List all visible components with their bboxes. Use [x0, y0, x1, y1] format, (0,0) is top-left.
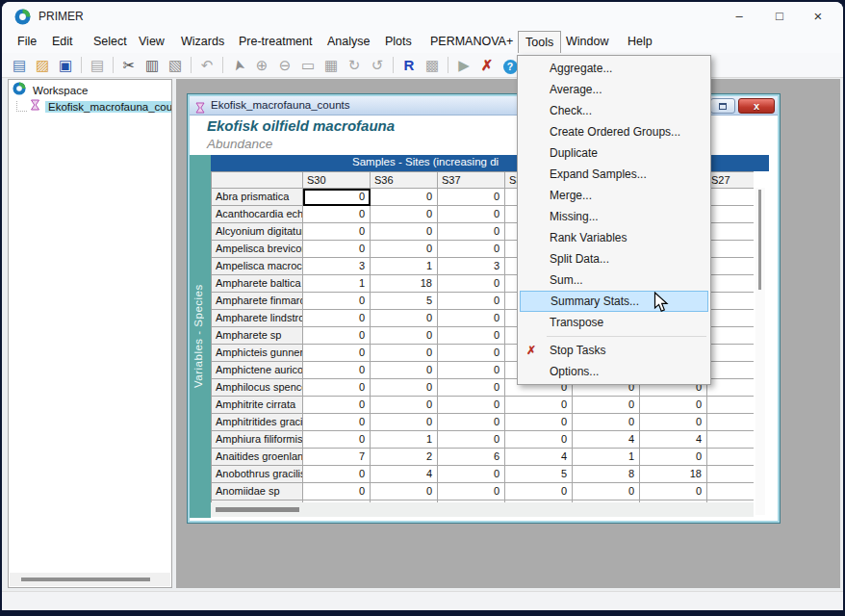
row-header[interactable]: Anomiidae sp — [212, 483, 303, 500]
value-cell[interactable]: 0 — [505, 431, 573, 449]
workspace-hscrollbar[interactable] — [10, 573, 170, 586]
value-cell[interactable]: 0 — [573, 414, 640, 431]
value-cell[interactable]: 0 — [438, 362, 505, 379]
column-header[interactable]: S36 — [371, 172, 438, 189]
row-header[interactable]: Amphilocus spence — [212, 379, 303, 397]
pointer-icon[interactable]: ➤ — [225, 51, 251, 79]
column-header[interactable]: S37 — [438, 172, 505, 189]
menubar-item-plots[interactable]: Plots — [378, 31, 419, 52]
zoom-out-icon[interactable]: ⊖ — [273, 55, 296, 76]
maximize-button[interactable]: □ — [760, 2, 799, 31]
open-workspace-icon[interactable]: ▨ — [31, 55, 54, 76]
value-cell[interactable]: 0 — [438, 241, 505, 258]
stop-tasks-icon[interactable]: ✗ — [475, 55, 499, 76]
value-cell[interactable]: 0 — [505, 483, 573, 500]
menu-item-duplicate[interactable]: Duplicate — [518, 142, 710, 164]
menubar-item-select[interactable]: Select — [87, 31, 134, 52]
value-cell[interactable]: 0 — [303, 414, 371, 431]
menu-item-rank-variables[interactable]: Rank Variables — [518, 227, 710, 248]
menu-item-transpose[interactable]: Transpose — [518, 312, 710, 333]
paste-icon[interactable]: ▧ — [164, 55, 187, 76]
value-cell[interactable] — [707, 258, 754, 275]
value-cell[interactable]: 1 — [371, 431, 438, 449]
menubar-item-wizards[interactable]: Wizards — [174, 31, 231, 52]
value-cell[interactable]: 5 — [371, 293, 438, 310]
row-header[interactable]: Amphictene auricom — [212, 362, 303, 379]
column-header[interactable]: S27 — [707, 172, 754, 189]
workspace-item[interactable]: Ekofisk_macrofauna_count — [9, 99, 171, 115]
menu-item-create-ordered-groups[interactable]: Create Ordered Groups... — [518, 121, 710, 142]
menu-item-aggregate[interactable]: Aggregate... — [518, 58, 710, 79]
value-cell[interactable]: 0 — [371, 189, 438, 206]
rotate-axes-icon[interactable]: ↺ — [366, 55, 389, 76]
value-cell[interactable]: 0 — [371, 345, 438, 362]
value-cell[interactable]: 0 — [438, 397, 505, 414]
value-cell[interactable]: 0 — [640, 483, 707, 500]
value-cell[interactable] — [707, 431, 754, 449]
menubar-item-pre-treatment[interactable]: Pre-treatment — [232, 31, 319, 52]
menu-item-sum[interactable]: Sum... — [518, 270, 710, 291]
menu-item-options[interactable]: Options... — [518, 361, 710, 382]
menubar-item-permanova-[interactable]: PERMANOVA+ — [423, 31, 520, 52]
menubar-item-window[interactable]: Window — [559, 31, 615, 52]
value-cell[interactable]: 1 — [303, 275, 371, 293]
value-cell[interactable]: 1 — [573, 449, 640, 466]
value-cell[interactable]: 0 — [303, 345, 371, 362]
scrollbar-thumb[interactable] — [216, 507, 299, 512]
value-cell[interactable] — [707, 379, 754, 397]
value-cell[interactable] — [707, 327, 754, 345]
value-cell[interactable]: 0 — [573, 397, 640, 414]
value-cell[interactable]: 7 — [303, 449, 371, 466]
value-cell[interactable]: 0 — [505, 397, 573, 414]
value-cell[interactable]: 18 — [640, 466, 707, 483]
row-header[interactable]: Anaitides groenland — [212, 449, 303, 466]
value-cell[interactable]: 0 — [303, 189, 371, 206]
value-cell[interactable]: 0 — [371, 483, 438, 500]
refresh-icon[interactable]: ↻ — [343, 55, 366, 76]
value-cell[interactable]: 0 — [371, 379, 438, 397]
value-cell[interactable]: 6 — [438, 449, 505, 466]
value-cell[interactable]: 0 — [303, 362, 371, 379]
value-cell[interactable]: 0 — [303, 431, 371, 449]
point-labels-icon[interactable]: ▭ — [296, 55, 320, 76]
value-cell[interactable]: 0 — [438, 345, 505, 362]
child-restore-button[interactable] — [710, 98, 735, 114]
menu-item-average[interactable]: Average... — [518, 79, 710, 100]
menubar-item-view[interactable]: View — [132, 31, 171, 52]
value-cell[interactable]: 0 — [438, 483, 505, 500]
value-cell[interactable]: 2 — [371, 449, 438, 466]
value-cell[interactable] — [707, 206, 754, 223]
value-cell[interactable]: 0 — [438, 293, 505, 310]
value-cell[interactable]: 0 — [371, 206, 438, 223]
undo-icon[interactable]: ↶ — [195, 55, 218, 76]
value-cell[interactable] — [707, 293, 754, 310]
print-icon[interactable]: ▤ — [86, 55, 109, 76]
close-button[interactable]: × — [799, 2, 837, 31]
value-cell[interactable]: 4 — [640, 431, 707, 449]
row-header[interactable]: Acanthocardia echin — [212, 206, 303, 223]
column-header[interactable]: S30 — [303, 172, 371, 189]
table-hscrollbar[interactable] — [211, 502, 754, 517]
value-cell[interactable]: 0 — [371, 310, 438, 327]
value-cell[interactable]: 0 — [438, 275, 505, 293]
row-header[interactable]: Ampelisca macroce — [212, 258, 303, 275]
value-cell[interactable] — [707, 449, 754, 466]
minimize-button[interactable]: – — [720, 2, 758, 31]
row-header[interactable]: Amphiura filiformis — [212, 431, 303, 449]
value-cell[interactable]: 0 — [438, 466, 505, 483]
value-cell[interactable] — [707, 414, 754, 431]
value-cell[interactable] — [707, 310, 754, 327]
value-cell[interactable] — [707, 223, 754, 241]
value-cell[interactable]: 0 — [371, 327, 438, 345]
row-header[interactable]: Amphicteis gunneri — [212, 345, 303, 362]
row-header[interactable]: Anobothrus gracilis — [212, 466, 303, 483]
value-cell[interactable]: 4 — [573, 431, 640, 449]
value-cell[interactable]: 5 — [505, 466, 573, 483]
row-header[interactable]: Abra prismatica — [212, 189, 303, 206]
value-cell[interactable] — [707, 275, 754, 293]
value-cell[interactable]: 0 — [303, 379, 371, 397]
value-cell[interactable] — [707, 345, 754, 362]
value-cell[interactable] — [707, 241, 754, 258]
chart-icon[interactable]: ▩ — [421, 55, 444, 76]
value-cell[interactable]: 0 — [303, 327, 371, 345]
